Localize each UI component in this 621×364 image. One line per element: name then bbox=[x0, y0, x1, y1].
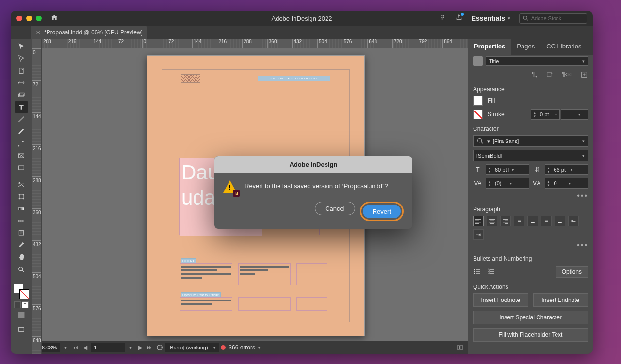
align-left-button[interactable] bbox=[473, 216, 484, 226]
zoom-dropdown-icon[interactable]: ▾ bbox=[62, 344, 69, 351]
justify-all-button[interactable]: ≣ bbox=[555, 216, 565, 226]
scissors-tool[interactable] bbox=[15, 179, 28, 190]
last-page-button[interactable]: ⏭ bbox=[146, 344, 154, 351]
footer-col-1[interactable] bbox=[180, 297, 232, 311]
maximize-window-button[interactable] bbox=[36, 16, 42, 21]
justify-left-button[interactable]: ≡ bbox=[514, 216, 524, 226]
line-tool[interactable] bbox=[15, 113, 28, 125]
close-window-button[interactable] bbox=[16, 16, 22, 21]
gradient-swatch-tool[interactable] bbox=[15, 203, 28, 215]
preflight-errors[interactable]: 366 errors▾ bbox=[221, 344, 261, 351]
free-transform-tool[interactable] bbox=[15, 191, 28, 203]
justify-center-button[interactable]: ≣ bbox=[527, 216, 538, 226]
workspace-switcher[interactable]: Essentials▾ bbox=[472, 15, 510, 22]
justify-right-button[interactable]: ≡ bbox=[541, 216, 552, 226]
text-style-dropdown[interactable]: Title▾ bbox=[486, 56, 588, 66]
body-column-3[interactable] bbox=[296, 263, 327, 285]
stroke-style-dropdown[interactable]: ▾ bbox=[561, 109, 588, 120]
clear-overrides-icon[interactable]: ¶⌫ bbox=[562, 71, 572, 80]
new-paragraph-style-icon[interactable] bbox=[546, 71, 554, 80]
paragraph-more-icon[interactable]: ••• bbox=[473, 241, 588, 250]
bullets-options-button[interactable]: Options bbox=[556, 266, 588, 278]
page-number-field[interactable]: 1 bbox=[91, 343, 125, 352]
zoom-tool[interactable] bbox=[15, 264, 28, 275]
body-column-1[interactable] bbox=[180, 263, 232, 285]
paragraph-section-title: Paragraph bbox=[473, 206, 588, 213]
image-frame[interactable] bbox=[181, 74, 200, 83]
cancel-button[interactable]: Cancel bbox=[315, 202, 355, 215]
tab-pages[interactable]: Pages bbox=[511, 39, 540, 55]
font-size-field[interactable]: ▲▼60 pt▾ bbox=[486, 164, 529, 175]
header-text-frame[interactable]: VOLES INT EXCEPUD AMUSCIPIDE bbox=[258, 76, 330, 81]
character-more-icon[interactable]: ••• bbox=[473, 191, 588, 200]
page-tool[interactable] bbox=[15, 65, 28, 77]
prev-page-button[interactable]: ◀ bbox=[81, 344, 89, 351]
align-away-spine-button[interactable]: ⇥ bbox=[473, 229, 484, 240]
align-towards-spine-button[interactable]: ⇤ bbox=[568, 216, 579, 226]
bulleted-list-button[interactable] bbox=[473, 268, 481, 277]
default-fill-stroke-button[interactable] bbox=[18, 312, 25, 318]
tab-properties[interactable]: Properties bbox=[468, 39, 511, 55]
footer-col-2[interactable] bbox=[238, 297, 291, 311]
hand-tool[interactable] bbox=[15, 252, 28, 263]
first-page-button[interactable]: ⏮ bbox=[71, 344, 79, 351]
align-center-button[interactable] bbox=[487, 216, 497, 226]
document-tab[interactable]: ✕ *Proposal.indd @ 66% [GPU Preview] bbox=[31, 26, 147, 39]
font-style-dropdown[interactable]: [SemiBold]▾ bbox=[473, 150, 588, 161]
next-page-button[interactable]: ▶ bbox=[136, 344, 144, 351]
svg-rect-30 bbox=[476, 273, 480, 273]
apply-text-button[interactable]: T bbox=[22, 301, 29, 308]
rectangle-frame-tool[interactable] bbox=[15, 150, 28, 161]
stroke-swatch[interactable] bbox=[473, 110, 483, 119]
insert-special-char-button[interactable]: Insert Special Character bbox=[473, 311, 588, 324]
type-tool[interactable] bbox=[15, 101, 28, 113]
status-bar: 66.08% ▾ ⏮ ◀ 1 ▾ ▶ ⏭ [Basic] (working)▾ … bbox=[32, 341, 468, 354]
quick-actions-title: Quick Actions bbox=[473, 284, 588, 290]
font-family-dropdown[interactable]: ▾[Fira Sans]▾ bbox=[473, 135, 588, 147]
footer-col-3[interactable] bbox=[296, 297, 327, 311]
rectangle-tool[interactable] bbox=[15, 162, 28, 174]
align-right-button[interactable] bbox=[500, 216, 511, 226]
fill-stroke-swatches[interactable] bbox=[14, 284, 29, 299]
insert-footnote-button[interactable]: Insert Footnote bbox=[473, 293, 528, 307]
pen-tool[interactable] bbox=[15, 126, 28, 137]
fill-placeholder-button[interactable]: Fill with Placeholder Text bbox=[473, 328, 588, 342]
direct-selection-tool[interactable] bbox=[15, 53, 28, 64]
adobe-stock-search[interactable] bbox=[519, 13, 587, 24]
apply-color-button[interactable] bbox=[14, 301, 21, 308]
selection-tool[interactable] bbox=[15, 41, 28, 52]
body-column-2[interactable] bbox=[238, 263, 291, 285]
gap-tool[interactable] bbox=[15, 77, 28, 89]
ruler-origin[interactable] bbox=[32, 39, 42, 48]
horizontal-ruler[interactable]: 2882161447207214421628836043250457664872… bbox=[42, 39, 468, 48]
content-collector-tool[interactable] bbox=[15, 89, 28, 101]
stroke-weight-field[interactable]: ▲▼0 pt▾ bbox=[531, 109, 560, 120]
minimize-window-button[interactable] bbox=[26, 16, 32, 21]
tab-cc-libraries[interactable]: CC Libraries bbox=[540, 39, 587, 55]
split-view-button[interactable] bbox=[456, 344, 464, 351]
page-dropdown-icon[interactable]: ▾ bbox=[127, 344, 134, 351]
insert-endnote-button[interactable]: Insert Endnote bbox=[533, 293, 588, 307]
revert-button[interactable]: Revert bbox=[363, 205, 401, 218]
note-tool[interactable] bbox=[15, 227, 28, 239]
stroke-label[interactable]: Stroke bbox=[488, 111, 505, 118]
preflight-profile-dropdown[interactable]: [Basic] (working)▾ bbox=[165, 343, 219, 352]
gradient-feather-tool[interactable] bbox=[15, 215, 28, 227]
open-navigator-button[interactable] bbox=[156, 344, 163, 351]
leading-field[interactable]: ▲▼66 pt▾ bbox=[545, 164, 588, 175]
kerning-field[interactable]: ▲▼0▾ bbox=[545, 178, 588, 189]
fill-swatch[interactable] bbox=[473, 96, 483, 106]
tab-close-icon[interactable]: ✕ bbox=[36, 30, 40, 36]
pilcrow-icon[interactable]: ¶▾ bbox=[532, 71, 537, 80]
eyedropper-tool[interactable] bbox=[15, 239, 28, 251]
pencil-tool[interactable] bbox=[15, 138, 28, 149]
stock-search-input[interactable] bbox=[531, 16, 584, 21]
share-icon[interactable] bbox=[455, 14, 463, 23]
add-style-icon[interactable] bbox=[580, 71, 588, 80]
numbered-list-button[interactable]: 123 bbox=[488, 268, 495, 277]
home-icon[interactable] bbox=[50, 14, 58, 23]
vertical-ruler[interactable]: 072144216288360432504576648720 bbox=[32, 48, 42, 354]
tracking-field[interactable]: ▲▼(0)▾ bbox=[486, 178, 529, 189]
screen-mode-button[interactable] bbox=[15, 324, 28, 335]
bulb-icon[interactable] bbox=[439, 14, 446, 23]
